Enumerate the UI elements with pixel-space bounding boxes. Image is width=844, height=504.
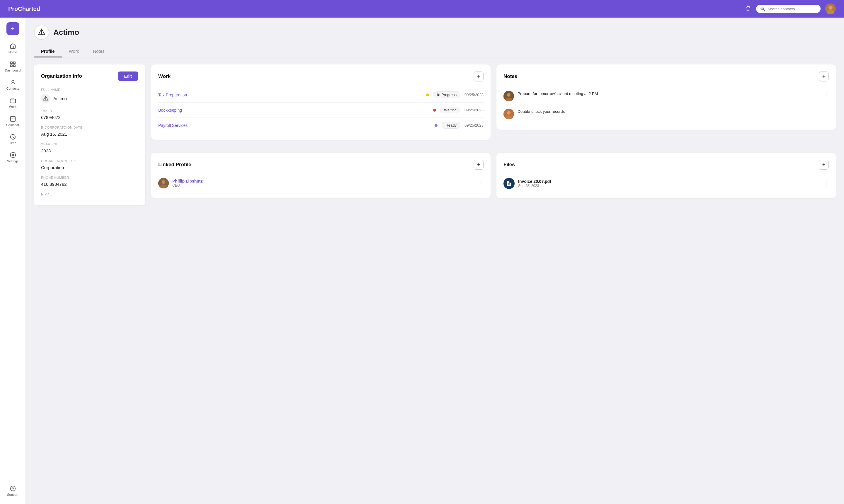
main-content: Actimo Profile Work Notes Organization i… bbox=[26, 18, 844, 504]
sidebar: + Home Dashboard bbox=[0, 18, 26, 504]
work-card-header: Work + bbox=[158, 72, 484, 82]
note-item-1: Prepare for tomorrow's client meeting at… bbox=[503, 87, 829, 105]
svg-rect-5 bbox=[10, 65, 12, 67]
timer-icon[interactable]: ⏱ bbox=[745, 5, 751, 13]
sidebar-item-contacts-label: Contacts bbox=[6, 87, 19, 90]
search-input[interactable] bbox=[768, 7, 816, 11]
svg-point-14 bbox=[12, 154, 14, 156]
sidebar-item-settings-label: Settings bbox=[7, 159, 19, 163]
sidebar-item-support[interactable]: Support bbox=[2, 482, 23, 499]
notes-card-header: Notes + bbox=[503, 72, 829, 82]
sidebar-item-calendar-label: Calendar bbox=[6, 123, 19, 127]
year-end-label: YEAR END bbox=[41, 142, 138, 146]
tab-notes[interactable]: Notes bbox=[86, 46, 111, 57]
svg-rect-4 bbox=[13, 62, 15, 64]
sidebar-item-calendar[interactable]: Calendar bbox=[2, 112, 23, 129]
linked-info: Phillip Lipshutz CEO bbox=[172, 179, 202, 187]
org-info-title: Organization info bbox=[41, 73, 82, 79]
status-dot-bookkeeping bbox=[433, 109, 436, 112]
linked-profile-title: Linked Profile bbox=[158, 162, 191, 168]
sidebar-item-dashboard-label: Dashboard bbox=[5, 69, 21, 72]
sidebar-item-work-label: Work bbox=[9, 105, 16, 108]
note-menu-1[interactable]: ⋮ bbox=[824, 91, 829, 97]
sidebar-item-home[interactable]: Home bbox=[2, 40, 23, 57]
status-badge-tax-prep: In Progress bbox=[433, 91, 460, 98]
incorporation-date-value: Aug 15, 2021 bbox=[41, 131, 138, 137]
work-item-bookkeeping: Bookkeeping Waiting 09/25/2023 bbox=[158, 103, 484, 118]
home-icon bbox=[10, 43, 16, 49]
sidebar-item-work[interactable]: Work bbox=[2, 94, 23, 111]
support-icon bbox=[10, 485, 16, 492]
incorporation-date-label: INCORPORATOION DATE bbox=[41, 126, 138, 129]
work-name-bookkeeping[interactable]: Bookkeeping bbox=[158, 108, 429, 112]
work-icon bbox=[10, 97, 16, 104]
sidebar-item-time-label: Time bbox=[9, 141, 16, 145]
files-card: Files + Invoice 20.07.pdf Se bbox=[497, 153, 836, 198]
file-item-invoice: Invoice 20.07.pdf Sep 28, 2023 ⋮ bbox=[503, 176, 829, 191]
sidebar-add-button[interactable]: + bbox=[6, 22, 19, 35]
status-dot-tax-prep bbox=[426, 93, 429, 96]
svg-point-27 bbox=[162, 180, 165, 184]
file-item-menu[interactable]: ⋮ bbox=[824, 180, 829, 187]
svg-rect-6 bbox=[13, 65, 15, 67]
note-text-2: Double-check your records bbox=[518, 109, 820, 114]
note-avatar-1 bbox=[503, 91, 514, 102]
svg-point-7 bbox=[12, 80, 14, 82]
svg-rect-3 bbox=[10, 62, 12, 64]
work-item-payroll: Payroll Services Ready 09/25/2023 bbox=[158, 118, 484, 133]
cards-grid: Organization info Edit FULL NAME Actimo … bbox=[34, 65, 836, 205]
file-date: Sep 28, 2023 bbox=[518, 184, 551, 188]
work-card: Work + Tax Preparation In Progress 09/25… bbox=[151, 65, 490, 140]
year-end-value: 2023 bbox=[41, 148, 138, 153]
linked-role: CEO bbox=[172, 183, 202, 187]
company-logo bbox=[34, 24, 49, 40]
tab-profile[interactable]: Profile bbox=[34, 46, 62, 57]
files-card-title: Files bbox=[503, 162, 515, 168]
phone-value: 416 8934782 bbox=[41, 182, 138, 187]
org-type-value: Corporation bbox=[41, 165, 138, 170]
file-info: Invoice 20.07.pdf Sep 28, 2023 bbox=[518, 179, 551, 188]
work-name-tax-prep[interactable]: Tax Preparation bbox=[158, 93, 422, 97]
sidebar-item-time[interactable]: Time bbox=[2, 131, 23, 148]
calendar-icon bbox=[10, 115, 16, 122]
work-name-payroll[interactable]: Payroll Services bbox=[158, 123, 431, 128]
work-item-tax-prep: Tax Preparation In Progress 09/25/2023 bbox=[158, 87, 484, 103]
linked-profile-add-button[interactable]: + bbox=[473, 160, 484, 170]
search-bar: 🔍 bbox=[756, 5, 821, 13]
linked-item-menu[interactable]: ⋮ bbox=[478, 180, 484, 186]
work-add-button[interactable]: + bbox=[473, 72, 484, 82]
work-date-tax-prep: 09/25/2023 bbox=[465, 93, 484, 97]
svg-rect-9 bbox=[10, 116, 15, 122]
file-icon-invoice bbox=[503, 178, 515, 189]
note-menu-2[interactable]: ⋮ bbox=[824, 109, 829, 115]
notes-add-button[interactable]: + bbox=[819, 72, 829, 82]
work-card-title: Work bbox=[158, 74, 170, 79]
sidebar-item-contacts[interactable]: Contacts bbox=[2, 76, 23, 93]
linked-item-phillip: Phillip Lipshutz CEO ⋮ bbox=[158, 176, 484, 191]
files-add-button[interactable]: + bbox=[819, 160, 829, 170]
tab-work[interactable]: Work bbox=[62, 46, 86, 57]
company-name: Actimo bbox=[53, 28, 79, 37]
time-icon bbox=[10, 133, 16, 140]
linked-avatar-phillip bbox=[158, 178, 169, 188]
org-info-card: Organization info Edit FULL NAME Actimo … bbox=[34, 65, 145, 205]
edit-button[interactable]: Edit bbox=[118, 72, 138, 81]
sidebar-item-dashboard[interactable]: Dashboard bbox=[2, 58, 23, 75]
file-name[interactable]: Invoice 20.07.pdf bbox=[518, 179, 551, 184]
header-actions: ⏱ 🔍 bbox=[745, 3, 836, 14]
dashboard-icon bbox=[10, 61, 16, 67]
svg-point-24 bbox=[507, 111, 510, 114]
linked-profile-card: Linked Profile + Phillip Lipshutz CEO bbox=[151, 153, 490, 198]
sidebar-item-home-label: Home bbox=[8, 50, 17, 54]
linked-name[interactable]: Phillip Lipshutz bbox=[172, 179, 202, 183]
tax-id-label: TAX ID bbox=[41, 109, 138, 112]
app-logo: ProCharted bbox=[8, 5, 745, 12]
linked-profile-header: Linked Profile + bbox=[158, 160, 484, 170]
app-header: ProCharted ⏱ 🔍 bbox=[0, 0, 844, 18]
sidebar-item-settings[interactable]: Settings bbox=[2, 149, 23, 166]
phone-label: PHONE NUMBER bbox=[41, 176, 138, 179]
note-item-2: Double-check your records ⋮ bbox=[503, 105, 829, 123]
notes-card-title: Notes bbox=[503, 74, 517, 79]
user-avatar[interactable] bbox=[825, 3, 836, 14]
svg-point-1 bbox=[828, 5, 832, 10]
